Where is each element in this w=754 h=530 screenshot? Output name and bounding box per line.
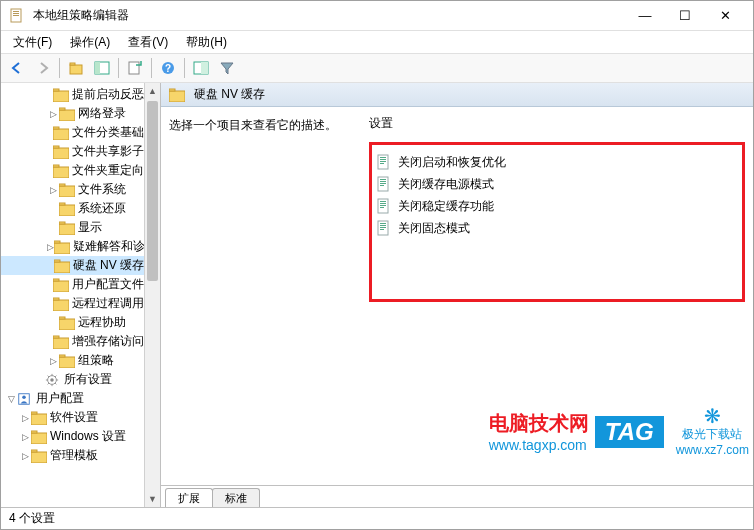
tree-item[interactable]: ▷文件系统 [1, 180, 144, 199]
close-button[interactable]: ✕ [705, 2, 745, 30]
svg-rect-25 [59, 205, 75, 216]
svg-rect-22 [53, 165, 59, 167]
expander-icon[interactable]: ▽ [5, 394, 17, 404]
tree-item[interactable]: ▷管理模板 [1, 446, 144, 465]
svg-rect-72 [380, 225, 386, 226]
tree[interactable]: 提前启动反恶▷网络登录文件分类基础文件共享影子文件夹重定向▷文件系统系统还原显示… [1, 83, 144, 467]
tree-item[interactable]: ▷组策略 [1, 351, 144, 370]
body: 提前启动反恶▷网络登录文件分类基础文件共享影子文件夹重定向▷文件系统系统还原显示… [1, 83, 753, 507]
up-button[interactable] [64, 56, 88, 80]
tree-label: 所有设置 [64, 371, 112, 388]
folder-icon [59, 221, 75, 235]
setting-item[interactable]: 关闭启动和恢复优化 [376, 151, 738, 173]
tree-item[interactable]: 硬盘 NV 缓存 [1, 256, 144, 275]
tree-label: 用户配置 [36, 390, 84, 407]
tree-label: 远程协助 [78, 314, 126, 331]
setting-item[interactable]: 关闭缓存电源模式 [376, 173, 738, 195]
svg-rect-7 [95, 62, 100, 74]
svg-rect-48 [31, 412, 37, 414]
toolbar-sep-3 [151, 58, 152, 78]
tree-label: 用户配置文件 [72, 276, 144, 293]
maximize-button[interactable]: ☐ [665, 2, 705, 30]
tree-item[interactable]: ▽用户配置 [1, 389, 144, 408]
svg-rect-16 [59, 108, 65, 110]
expander-icon[interactable]: ▷ [19, 432, 31, 442]
setting-label: 关闭固态模式 [398, 220, 470, 237]
settings-header[interactable]: 设置 [369, 113, 745, 136]
tree-label: Windows 设置 [50, 428, 126, 445]
folder-icon [59, 107, 75, 121]
tree-item[interactable]: ▷网络登录 [1, 104, 144, 123]
svg-rect-58 [380, 161, 386, 162]
tab-standard[interactable]: 标准 [212, 488, 260, 508]
svg-rect-21 [53, 167, 69, 178]
minimize-button[interactable]: — [625, 2, 665, 30]
svg-rect-24 [59, 184, 65, 186]
back-button[interactable] [5, 56, 29, 80]
menu-help[interactable]: 帮助(H) [178, 32, 235, 53]
folder-icon [53, 297, 69, 311]
tree-pane: 提前启动反恶▷网络登录文件分类基础文件共享影子文件夹重定向▷文件系统系统还原显示… [1, 83, 161, 507]
scroll-down-arrow[interactable]: ▼ [145, 491, 160, 507]
folder-icon [59, 202, 75, 216]
tree-item[interactable]: 远程过程调用 [1, 294, 144, 313]
expander-icon[interactable]: ▷ [47, 185, 59, 195]
menu-view[interactable]: 查看(V) [120, 32, 176, 53]
svg-rect-47 [31, 414, 47, 425]
vertical-scrollbar[interactable]: ▲ ▼ [144, 83, 160, 507]
description-prompt: 选择一个项目来查看它的描述。 [169, 117, 353, 134]
expander-icon[interactable]: ▷ [47, 242, 54, 252]
tree-item[interactable]: ▷Windows 设置 [1, 427, 144, 446]
svg-rect-32 [54, 260, 60, 262]
status-text: 4 个设置 [9, 510, 55, 527]
svg-rect-41 [59, 357, 75, 368]
tree-item[interactable]: 文件分类基础 [1, 123, 144, 142]
show-hide-tree-button[interactable] [90, 56, 114, 80]
tree-item[interactable]: 用户配置文件 [1, 275, 144, 294]
forward-button[interactable] [31, 56, 55, 80]
tree-item[interactable]: 增强存储访问 [1, 332, 144, 351]
tree-item[interactable]: ▷疑难解答和诊 [1, 237, 144, 256]
tree-label: 提前启动反恶 [72, 86, 144, 103]
tree-item[interactable]: 显示 [1, 218, 144, 237]
tree-label: 硬盘 NV 缓存 [73, 257, 144, 274]
svg-rect-31 [54, 262, 70, 273]
svg-point-46 [22, 395, 26, 399]
tree-label: 增强存储访问 [72, 333, 144, 350]
export-button[interactable] [123, 56, 147, 80]
expander-icon[interactable]: ▷ [47, 109, 59, 119]
setting-item[interactable]: 关闭稳定缓存功能 [376, 195, 738, 217]
folder-icon [53, 145, 69, 159]
svg-rect-56 [380, 157, 386, 158]
menu-action[interactable]: 操作(A) [62, 32, 118, 53]
tree-item[interactable]: 提前启动反恶 [1, 85, 144, 104]
svg-rect-59 [380, 163, 384, 164]
tree-label: 软件设置 [50, 409, 98, 426]
folder-icon [59, 183, 75, 197]
tree-item[interactable]: 远程协助 [1, 313, 144, 332]
tab-extended[interactable]: 扩展 [165, 488, 213, 508]
scroll-thumb[interactable] [147, 101, 158, 281]
right-pane: 硬盘 NV 缓存 选择一个项目来查看它的描述。 设置 关闭启动和恢复优化关闭缓存… [161, 83, 753, 507]
tree-item[interactable]: 所有设置 [1, 370, 144, 389]
svg-rect-69 [380, 207, 384, 208]
svg-rect-71 [380, 223, 386, 224]
tree-item[interactable]: 文件夹重定向 [1, 161, 144, 180]
help-button[interactable]: ? [156, 56, 180, 80]
svg-rect-13 [53, 91, 69, 102]
filter-button[interactable] [215, 56, 239, 80]
setting-item[interactable]: 关闭固态模式 [376, 217, 738, 239]
right-header: 硬盘 NV 缓存 [161, 83, 753, 107]
expander-icon[interactable]: ▷ [47, 356, 59, 366]
tree-item[interactable]: 文件共享影子 [1, 142, 144, 161]
expander-icon[interactable]: ▷ [19, 451, 31, 461]
tree-item[interactable]: 系统还原 [1, 199, 144, 218]
svg-rect-64 [380, 185, 384, 186]
scroll-up-arrow[interactable]: ▲ [145, 83, 160, 99]
expander-icon[interactable]: ▷ [19, 413, 31, 423]
menu-file[interactable]: 文件(F) [5, 32, 60, 53]
tabs: 扩展 标准 [161, 485, 753, 507]
svg-rect-37 [59, 319, 75, 330]
tree-item[interactable]: ▷软件设置 [1, 408, 144, 427]
detail-pane-button[interactable] [189, 56, 213, 80]
